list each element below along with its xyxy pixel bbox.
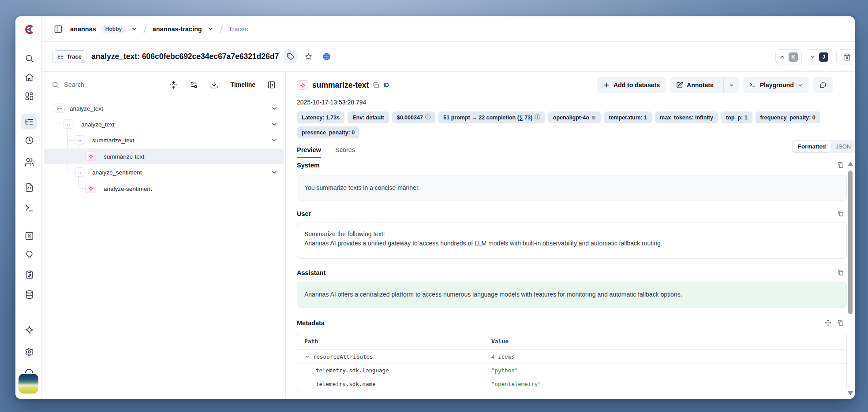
generation-icon	[85, 152, 96, 161]
add-to-datasets-label: Add to datasets	[614, 82, 660, 89]
breadcrumb-traces-link[interactable]: Traces	[228, 26, 248, 33]
tracing-icon[interactable]	[21, 114, 37, 130]
env-badge: Env: default	[348, 111, 389, 123]
system-section-label: System	[297, 162, 320, 169]
info-icon: ⓘ	[425, 114, 431, 121]
scroll-down-arrow[interactable]	[848, 391, 853, 395]
annotate-button[interactable]: Annotate	[670, 77, 720, 93]
copy-system-icon[interactable]	[837, 162, 846, 168]
tab-preview[interactable]: Preview	[297, 141, 321, 158]
span-arrows-icon: ↔	[63, 119, 74, 129]
trace-tree-panel: Timeline analyze_text ↔ analyze_text ↔ s…	[42, 72, 286, 399]
home-icon[interactable]	[21, 69, 37, 85]
format-toggle: Formatted JSON	[792, 140, 855, 153]
tree-row-label: summarize-text	[104, 148, 144, 164]
detail-actions: Add to datasets Annotate Playground	[597, 77, 833, 93]
chevron-down-icon[interactable]	[271, 137, 278, 144]
annotate-dropdown-chevron[interactable]	[723, 77, 739, 93]
annotation-clipboard-icon[interactable]	[21, 267, 37, 282]
delete-trace-button[interactable]	[836, 49, 855, 64]
temperature-badge: temperature: 1	[604, 111, 652, 123]
evaluators-percent-icon[interactable]	[21, 228, 37, 244]
breadcrumb-separator	[220, 25, 223, 33]
add-to-datasets-button[interactable]: Add to datasets	[597, 77, 666, 93]
dashboards-icon[interactable]	[21, 88, 37, 104]
generation-icon	[85, 184, 96, 193]
chevron-down-icon[interactable]	[271, 169, 278, 176]
observation-detail-panel: summarize-text ID Add to datasets Annota…	[286, 72, 855, 399]
search-icon[interactable]	[21, 50, 37, 66]
metadata-table: Path Value resourceAttributes 4 items te…	[297, 333, 847, 391]
playground-terminal-icon[interactable]	[21, 200, 37, 216]
plus-circle-icon: ⊕	[591, 114, 596, 121]
format-json-option[interactable]: JSON	[831, 141, 855, 152]
previous-trace-button[interactable]: K	[775, 49, 802, 64]
tag-icon[interactable]	[284, 50, 297, 63]
tree-row-label: analyze_sentiment	[92, 164, 142, 180]
tree-row-trace[interactable]: analyze_text	[44, 100, 284, 116]
collapse-all-icon[interactable]	[169, 81, 178, 89]
chevron-down-icon[interactable]	[271, 121, 278, 128]
scroll-up-arrow[interactable]	[848, 162, 853, 166]
max-tokens-badge: max_tokens: Infinity	[655, 111, 718, 123]
copy-id-icon[interactable]	[373, 82, 379, 89]
metric-badges-row: Latency: 1.73s Env: default $0.000347ⓘ 5…	[297, 111, 820, 123]
span-arrows-icon: ↔	[74, 167, 85, 177]
chevron-down-icon[interactable]	[271, 105, 278, 112]
collapse-panel-icon[interactable]	[267, 81, 276, 89]
tree-row-generation[interactable]: analyze-sentiment	[44, 181, 284, 197]
scrollbar-thumb[interactable]	[848, 171, 853, 314]
trace-badge-label: Trace	[67, 53, 82, 60]
playground-button[interactable]: Playground	[743, 77, 809, 93]
users-icon[interactable]	[21, 154, 37, 170]
tree-row-generation-selected[interactable]: summarize-text	[44, 148, 284, 164]
chevron-down-icon[interactable]	[304, 354, 310, 360]
copy-assistant-icon[interactable]	[837, 269, 846, 276]
display-settings-icon[interactable]	[190, 81, 198, 89]
trace-nav-buttons: K J	[775, 42, 855, 72]
insights-lightbulb-icon[interactable]	[21, 247, 37, 263]
top-p-badge: top_p: 1	[721, 111, 752, 123]
tree-row-span[interactable]: ↔ analyze_sentiment	[44, 164, 284, 180]
download-icon[interactable]	[210, 81, 218, 89]
detail-scroll-area: System You summarize texts in a concise …	[286, 158, 855, 399]
project-chevron-down-icon[interactable]	[207, 26, 214, 32]
copy-user-icon[interactable]	[837, 210, 846, 217]
timeline-toggle-button[interactable]: Timeline	[230, 81, 255, 88]
format-formatted-option[interactable]: Formatted	[793, 141, 831, 152]
user-avatar[interactable]	[19, 374, 38, 393]
copy-metadata-icon[interactable]	[837, 319, 846, 326]
metadata-group-row[interactable]: resourceAttributes 4 items	[297, 350, 846, 364]
tree-row-label: analyze_text	[70, 100, 103, 116]
assistant-message-box: Anannas AI offers a centralized platform…	[297, 282, 847, 308]
comments-button[interactable]	[813, 77, 833, 93]
metadata-section-label: Metadata	[297, 319, 325, 327]
tree-search-input[interactable]	[64, 81, 143, 88]
sessions-clock-icon[interactable]	[21, 132, 37, 148]
public-globe-icon[interactable]	[320, 50, 333, 63]
prompts-file-icon[interactable]	[21, 179, 37, 195]
tree-row-span[interactable]: ↔ summarize_text	[44, 132, 284, 148]
settings-gear-icon[interactable]	[21, 344, 37, 360]
metadata-table-header: Path Value	[297, 333, 846, 350]
vertical-scrollbar[interactable]	[847, 160, 854, 397]
tab-scores[interactable]: Scores	[335, 141, 355, 158]
bookmark-star-icon[interactable]	[302, 50, 315, 63]
datasets-database-icon[interactable]	[21, 286, 37, 302]
latency-badge: Latency: 1.73s	[297, 111, 344, 123]
info-icon: ⓘ	[535, 114, 540, 121]
tree-row-span[interactable]: ↔ analyze_text	[44, 116, 284, 132]
trace-icon	[54, 104, 65, 113]
org-chevron-down-icon[interactable]	[131, 26, 138, 32]
upgrade-sparkle-icon[interactable]	[21, 322, 37, 338]
observation-timestamp: 2025-10-17 13:53:28.794	[297, 99, 366, 106]
expand-metadata-icon[interactable]	[825, 319, 834, 326]
breadcrumb-project[interactable]: anannas-tracing	[153, 26, 202, 33]
sidebar-toggle-icon[interactable]	[52, 22, 65, 36]
breadcrumb-org[interactable]: anannas	[70, 26, 96, 33]
metadata-row: telemetry.sdk.name "opentelemetry"	[297, 377, 846, 391]
assistant-section-label: Assistant	[297, 269, 326, 276]
value-column-header: Value	[491, 338, 846, 345]
next-trace-button[interactable]: J	[806, 49, 832, 64]
presence-penalty-badge: presence_penalty: 0	[297, 126, 359, 138]
